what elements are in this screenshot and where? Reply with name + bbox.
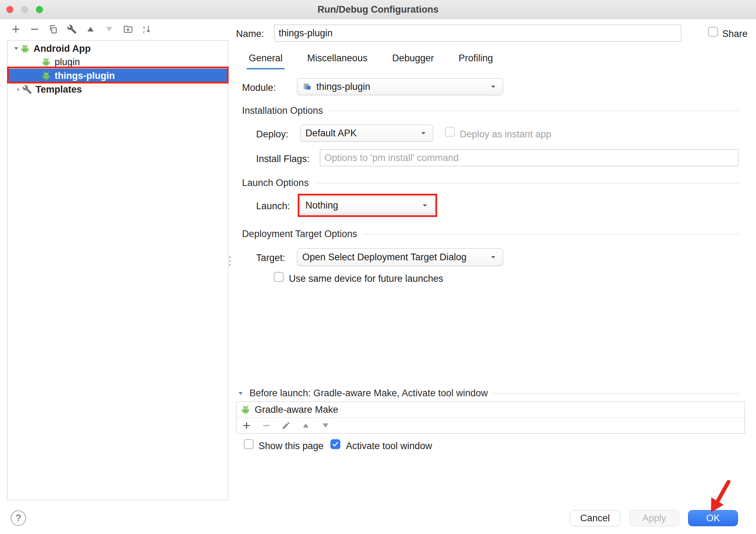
target-label: Target: [256, 253, 285, 263]
minus-icon [262, 421, 271, 430]
new-folder-icon [123, 24, 133, 34]
edit-task-button[interactable] [281, 420, 291, 431]
plus-icon [11, 24, 21, 34]
wrench-icon [22, 85, 32, 94]
ok-button[interactable]: OK [688, 510, 738, 526]
section-title: Installation Options [242, 105, 323, 116]
configurations-tree: Android App plugin things-plugin Templat… [7, 40, 228, 500]
android-icon [41, 57, 51, 67]
share-label: Share [722, 29, 748, 39]
config-tabs: General Miscellaneous Debugger Profiling [247, 53, 495, 69]
tab-profiling[interactable]: Profiling [457, 53, 495, 69]
launch-dropdown[interactable]: Nothing [300, 197, 435, 214]
tree-item-things-plugin[interactable]: things-plugin [7, 69, 228, 83]
target-value: Open Select Deployment Target Dialog [302, 252, 466, 263]
window-titlebar: Run/Debug Configurations [0, 0, 756, 19]
edit-defaults-button[interactable] [66, 23, 78, 35]
same-device-label: Use same device for future launches [289, 273, 443, 284]
section-rule [494, 393, 740, 393]
move-task-up-button[interactable] [300, 420, 311, 431]
window-title: Run/Debug Configurations [0, 0, 756, 19]
android-icon [41, 71, 51, 81]
before-launch-title: Before launch: Gradle-aware Make, Activa… [249, 388, 488, 399]
before-launch-toolbar [236, 418, 744, 433]
move-up-button[interactable] [85, 23, 97, 35]
check-icon [331, 440, 339, 448]
name-input[interactable] [274, 25, 681, 42]
tab-debugger[interactable]: Debugger [390, 53, 436, 69]
target-dropdown[interactable]: Open Select Deployment Target Dialog [297, 248, 503, 266]
cancel-button[interactable]: Cancel [570, 510, 620, 526]
launch-options-section: Launch Options [242, 178, 740, 188]
instant-app-label: Deploy as instant app [460, 129, 551, 140]
tree-item-label: Templates [36, 84, 82, 95]
remove-configuration-button[interactable] [29, 23, 41, 35]
install-flags-input[interactable] [320, 149, 738, 166]
section-title: Deployment Target Options [242, 229, 357, 240]
section-title: Launch Options [242, 178, 309, 188]
tree-item-plugin[interactable]: plugin [7, 55, 228, 69]
remove-task-button[interactable] [261, 420, 272, 431]
android-icon [20, 44, 30, 54]
section-rule [363, 234, 740, 234]
tab-miscellaneous[interactable]: Miscellaneous [305, 53, 370, 69]
sort-configurations-button[interactable] [141, 23, 153, 35]
move-down-button [103, 23, 115, 35]
before-launch-section: Before launch: Gradle-aware Make, Activa… [237, 388, 740, 399]
same-device-checkbox[interactable] [274, 272, 284, 282]
module-icon [302, 82, 312, 92]
help-button[interactable]: ? [11, 510, 26, 526]
installation-options-section: Installation Options [242, 105, 740, 116]
arrow-up-icon [86, 24, 95, 34]
wrench-icon [67, 24, 77, 34]
deploy-value: Default APK [305, 128, 357, 139]
tree-item-android-app[interactable]: Android App [7, 42, 228, 55]
chevron-down-icon [420, 201, 429, 210]
pencil-icon [281, 421, 291, 430]
plus-icon [242, 421, 251, 430]
section-rule [329, 111, 740, 111]
arrow-down-icon [104, 24, 114, 34]
arrow-up-icon [301, 421, 310, 430]
chevron-down-icon [489, 253, 498, 262]
instant-app-checkbox [445, 127, 455, 137]
panel-splitter[interactable] [229, 256, 231, 266]
launch-value: Nothing [305, 200, 338, 211]
collapse-triangle-icon[interactable] [237, 390, 244, 397]
tree-item-label: Android App [33, 43, 91, 54]
before-launch-task[interactable]: Gradle-aware Make [236, 402, 744, 418]
add-configuration-button[interactable] [10, 23, 22, 35]
show-this-page-checkbox[interactable] [244, 439, 254, 449]
deployment-target-options-section: Deployment Target Options [242, 229, 740, 240]
show-this-page-label: Show this page [259, 441, 324, 452]
module-label: Module: [242, 82, 276, 93]
activate-tool-window-checkbox[interactable] [330, 439, 340, 449]
tab-general[interactable]: General [247, 53, 285, 69]
copy-icon [48, 24, 58, 34]
chevron-down-icon [489, 82, 498, 91]
add-task-button[interactable] [241, 420, 252, 431]
arrow-down-icon [321, 421, 330, 430]
deploy-label: Deploy: [256, 129, 289, 140]
new-folder-button[interactable] [122, 23, 134, 35]
section-rule [314, 183, 740, 183]
deploy-dropdown[interactable]: Default APK [300, 125, 433, 142]
launch-label: Launch: [256, 201, 290, 212]
before-launch-task-label: Gradle-aware Make [255, 404, 338, 415]
copy-configuration-button[interactable] [47, 23, 59, 35]
android-icon [241, 405, 250, 415]
collapsed-disclosure-icon[interactable] [14, 86, 22, 93]
question-mark-icon: ? [16, 513, 21, 524]
tree-item-templates[interactable]: Templates [7, 83, 228, 96]
name-label: Name: [236, 29, 264, 39]
expanded-disclosure-icon[interactable] [12, 45, 20, 52]
install-flags-label: Install Flags: [256, 154, 310, 164]
share-checkbox[interactable] [708, 27, 718, 37]
sort-az-icon [142, 24, 151, 34]
tree-item-label: things-plugin [55, 70, 115, 81]
module-value: things-plugin [316, 81, 370, 92]
move-task-down-button[interactable] [320, 420, 331, 431]
activate-tool-window-label: Activate tool window [346, 441, 432, 452]
module-dropdown[interactable]: things-plugin [297, 78, 503, 95]
chevron-down-icon [419, 129, 428, 138]
